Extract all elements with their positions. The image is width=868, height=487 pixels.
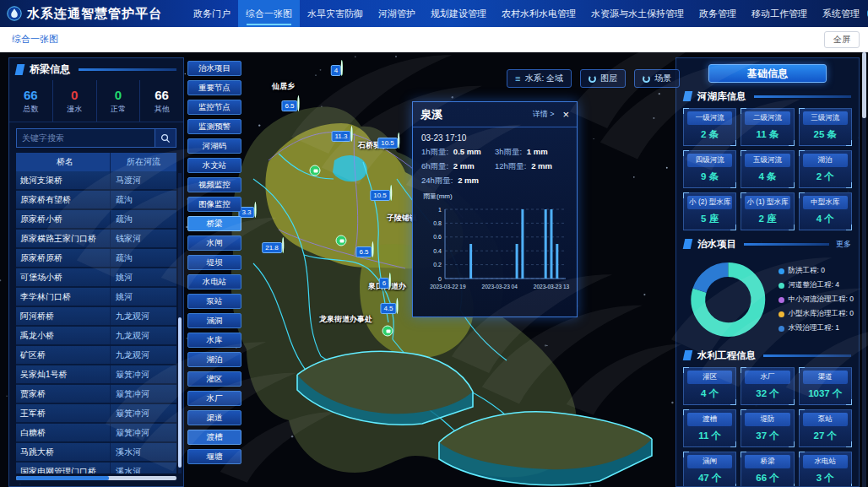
layer-menu-item[interactable]: 堤坝 [187, 255, 241, 270]
bridge-name-cell: 吴家灿1号桥 [16, 365, 111, 383]
table-row[interactable]: 阿河桥桥 九龙观河 [16, 307, 176, 327]
info-card[interactable]: 五级河流 4 条 [741, 150, 794, 188]
fullscreen-button[interactable]: 全屏 [824, 31, 860, 48]
layer-menu-item[interactable]: 图像监控 [187, 197, 241, 212]
camera-marker-icon[interactable] [310, 165, 321, 176]
info-card[interactable]: 三级河流 25 条 [799, 108, 852, 146]
info-card[interactable]: 湖泊 2 个 [799, 150, 852, 188]
scene-button[interactable]: 场景 [634, 69, 680, 88]
page-scrollbar[interactable] [862, 52, 866, 487]
watersystem-scope-button[interactable]: ≡ 水系: 全域 [507, 69, 572, 88]
stat-label: 正常 [111, 104, 126, 115]
nav-item[interactable]: 水旱灾害防御 [300, 0, 371, 27]
table-vertical-scrollbar[interactable] [178, 173, 182, 473]
layer-menu-item[interactable]: 湖泊 [187, 352, 241, 367]
table-row[interactable]: 白糖桥 簸箕冲河 [16, 424, 176, 443]
projects-legend: 防洪工程: 0河道整治工程: 4中小河流治理工程: 0小型水库治理工程: 0水毁… [778, 262, 854, 338]
table-row[interactable]: 马跳大桥 溪水河 [16, 443, 176, 463]
nav-item[interactable]: 农村水利水电管理 [494, 0, 583, 27]
info-card[interactable]: 桥梁 66 个 [741, 452, 794, 487]
layer-menu-item[interactable]: 泵站 [187, 294, 241, 309]
layer-menu-item[interactable]: 治水项目 [187, 61, 241, 76]
bridge-name-cell: 贾家桥 [16, 385, 111, 403]
nav-item-label: 水资源与水土保持管理 [591, 8, 684, 20]
water-level-marker[interactable]: 10.5 [377, 133, 399, 149]
water-level-marker[interactable]: 6.5 [281, 96, 299, 111]
legend-label: 河道整治工程: 4 [789, 280, 839, 290]
layer-menu-item[interactable]: 水电站 [187, 274, 241, 289]
projects-more-link[interactable]: 更多 [836, 239, 851, 250]
table-row[interactable]: 可堡场小桥 姚河 [16, 268, 176, 288]
info-card[interactable]: 一级河流 2 条 [683, 108, 736, 146]
search-input[interactable] [16, 128, 155, 148]
table-row[interactable]: 贾家桥 簸箕冲河 [16, 385, 176, 404]
layer-menu-item[interactable]: 河湖码 [187, 138, 241, 154]
info-card[interactable]: 泵站 27 个 [799, 409, 852, 447]
app-title: 水系连通智慧管护平台 [27, 6, 162, 22]
table-row[interactable]: 禹龙小桥 九龙观河 [16, 327, 176, 346]
legend-dot-icon [778, 297, 784, 303]
table-horizontal-scrollbar[interactable] [16, 476, 176, 480]
layer-menu-item[interactable]: 水厂 [187, 391, 241, 406]
water-level-marker[interactable]: 6.5 [355, 242, 373, 257]
water-level-marker[interactable]: 10.5 [370, 186, 392, 201]
basic-info-button[interactable]: 基础信息 [708, 64, 827, 83]
table-row[interactable]: 国家电网管理门口桥 溪水河 [16, 463, 176, 473]
info-card[interactable]: 渡槽 11 个 [683, 409, 736, 447]
info-card[interactable]: 中型水库 4 个 [799, 192, 852, 230]
table-row[interactable]: 姚河支渠桥 马渡河 [16, 171, 176, 191]
water-level-marker[interactable]: 21.8 [262, 238, 284, 253]
camera-marker-icon[interactable] [336, 235, 347, 246]
layer-menu-item[interactable]: 渠道 [187, 410, 241, 425]
layer-menu-item[interactable]: 重要节点 [187, 80, 241, 95]
water-level-marker[interactable]: 4 [331, 61, 343, 76]
layer-menu-item[interactable]: 水闸 [187, 235, 241, 251]
details-link[interactable]: 详情 > [533, 109, 555, 120]
table-row[interactable]: 王军桥 簸箕冲河 [16, 404, 176, 424]
info-card[interactable]: 渠道 1037 个 [799, 367, 852, 405]
layer-menu-item[interactable]: 水库 [187, 333, 241, 348]
layer-menu-item[interactable]: 监测预警 [187, 119, 241, 134]
info-card[interactable]: 灌区 4 个 [683, 367, 736, 405]
table-row[interactable]: 矿区桥 九龙观河 [16, 346, 176, 365]
info-card[interactable]: 小 (2) 型水库 5 座 [683, 192, 736, 230]
info-card[interactable]: 涵闸 47 个 [683, 452, 736, 487]
layer-menu-item[interactable]: 视频监控 [187, 177, 241, 192]
layer-menu-item[interactable]: 监控节点 [187, 100, 241, 115]
info-card[interactable]: 水厂 32 个 [741, 367, 794, 405]
water-level-marker[interactable]: 4.5 [380, 299, 398, 314]
nav-item[interactable]: 政务管理 [692, 0, 744, 27]
table-row[interactable]: 原家横路王家门口桥 钱家河 [16, 230, 176, 249]
svg-text:0.6: 0.6 [433, 234, 442, 240]
layer-menu-item[interactable]: 水文站 [187, 158, 241, 173]
info-card[interactable]: 小 (1) 型水库 2 座 [741, 192, 794, 230]
table-row[interactable]: 原家桥有望桥 疏沟 [16, 191, 176, 210]
layer-menu-item[interactable]: 堰塘 [187, 449, 241, 464]
info-card[interactable]: 水电站 3 个 [799, 452, 852, 487]
nav-item[interactable]: 水资源与水土保持管理 [583, 0, 692, 27]
layers-button[interactable]: 图层 [580, 69, 626, 88]
nav-item[interactable]: 政务门户 [186, 0, 238, 27]
nav-item[interactable]: 河湖管护 [371, 0, 423, 27]
breadcrumb[interactable]: 综合一张图 [12, 33, 58, 46]
nav-item[interactable]: 系统管理 [815, 0, 867, 27]
table-row[interactable]: 李学林门口桥 姚河 [16, 288, 176, 307]
layer-menu-item[interactable]: 桥梁 [187, 216, 241, 231]
camera-marker-icon[interactable] [382, 326, 393, 337]
layer-menu-item[interactable]: 渡槽 [187, 430, 241, 445]
table-row[interactable]: 原家桥原桥 疏沟 [16, 249, 176, 268]
table-row[interactable]: 原家桥小桥 疏沟 [16, 210, 176, 230]
layer-menu-item[interactable]: 涵洞 [187, 313, 241, 328]
nav-item[interactable]: 移动工作管理 [744, 0, 815, 27]
nav-item[interactable]: 规划建设管理 [423, 0, 494, 27]
close-icon[interactable]: × [562, 109, 569, 120]
table-row[interactable]: 吴家灿1号桥 簸箕冲河 [16, 365, 176, 385]
water-level-marker[interactable]: 11.3 [332, 127, 353, 142]
info-card[interactable]: 堤防 37 个 [741, 409, 794, 447]
search-button[interactable] [155, 128, 176, 148]
info-card[interactable]: 四级河流 9 条 [683, 150, 736, 188]
nav-item[interactable]: 综合一张图 [238, 0, 300, 27]
layer-menu-item[interactable]: 灌区 [187, 371, 241, 387]
water-level-marker[interactable]: 6 [379, 273, 391, 289]
info-card[interactable]: 二级河流 11 条 [741, 108, 794, 146]
